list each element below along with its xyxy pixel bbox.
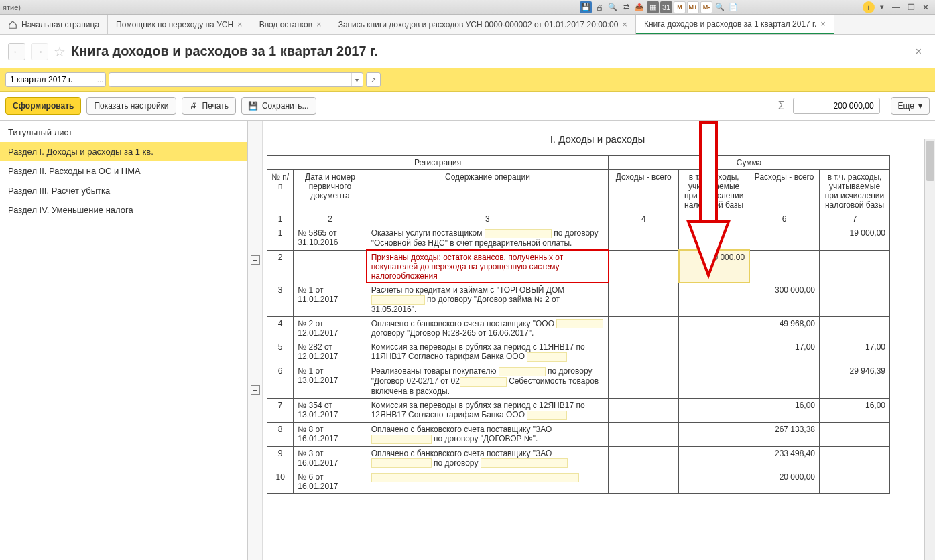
table-row[interactable]: 8№ 8 от 16.01.2017Оплачено с банковского… — [267, 422, 890, 446]
tab-home[interactable]: Начальная страница — [0, 15, 108, 34]
cell-expense-total: 20 000,00 — [749, 470, 820, 494]
cell-income-tax — [679, 398, 749, 422]
action-bar: Сформировать Показать настройки 🖨Печать … — [0, 92, 935, 121]
preview-icon[interactable]: 🔍 — [607, 1, 619, 13]
attach-icon[interactable]: 📄 — [727, 1, 739, 13]
document-tabs: Начальная страница Помощник по переходу … — [0, 15, 935, 35]
cell-no: 10 — [267, 470, 294, 494]
sidebar-item-label: Раздел III. Расчет убытка — [8, 186, 110, 196]
sum-field[interactable] — [793, 98, 880, 114]
nav-back-button[interactable]: ← — [8, 43, 25, 60]
favorite-star-icon[interactable]: ☆ — [54, 44, 66, 60]
maximize-button[interactable]: ❐ — [904, 2, 918, 13]
cell-expense-tax — [820, 446, 890, 470]
tab-balances[interactable]: Ввод остатков × — [251, 15, 330, 34]
scrollbar-thumb[interactable] — [926, 141, 934, 181]
sidebar-item-label: Раздел II. Расходы на ОС и НМА — [8, 166, 141, 176]
page-header: ← → ☆ Книга доходов и расходов за 1 квар… — [0, 35, 935, 68]
sigma-icon: Σ — [773, 100, 790, 112]
header-registration: Регистрация — [267, 156, 609, 170]
table-row[interactable]: 4№ 2 от 12.01.2017Оплачено с банковского… — [267, 316, 890, 340]
printer-icon: 🖨 — [189, 101, 198, 111]
period-selector[interactable]: … — [5, 72, 106, 87]
close-icon[interactable]: × — [622, 19, 627, 29]
table-row[interactable]: 3№ 1 от 11.01.2017Расчеты по кредитам и … — [267, 283, 890, 316]
period-picker-button[interactable]: … — [95, 73, 105, 86]
sidebar-item-section2[interactable]: Раздел II. Расходы на ОС и НМА — [0, 161, 247, 181]
memory-m-icon[interactable]: M — [674, 1, 686, 13]
org-open-button[interactable]: ↗ — [366, 72, 381, 87]
export-icon[interactable]: 📤 — [633, 1, 645, 13]
cell-expense-tax: 19 000,00 — [820, 226, 890, 251]
expand-toggle[interactable]: + — [251, 255, 260, 265]
sidebar-item-title-page[interactable]: Титульный лист — [0, 123, 247, 142]
compare-icon[interactable]: ⇄ — [620, 1, 632, 13]
tab-label: Начальная страница — [21, 20, 99, 29]
print-button[interactable]: 🖨Печать — [182, 97, 236, 115]
org-input[interactable] — [109, 75, 351, 84]
table-row[interactable]: 10№ 6 от 16.01.201720 000,00 — [267, 470, 890, 494]
cell-income-total — [609, 470, 679, 494]
table-row[interactable]: 1№ 5865 от 31.10.2016Оказаны услуги пост… — [267, 226, 890, 251]
cell-income-tax — [679, 316, 749, 340]
header-expense-total: Расходы - всего — [749, 170, 820, 212]
table-row[interactable]: 7№ 354 от 13.01.2017Комиссия за переводы… — [267, 398, 890, 422]
calc-icon[interactable]: ▦ — [647, 1, 659, 13]
org-selector[interactable]: ▾ — [109, 72, 363, 87]
header-docdate: Дата и номер первичного документа — [294, 170, 367, 212]
zoom-in-icon[interactable]: 🔍 — [714, 1, 726, 13]
chevron-down-icon[interactable]: ▾ — [351, 73, 363, 86]
cell-income-total — [609, 422, 679, 446]
save-icon[interactable]: 💾 — [580, 1, 592, 13]
tab-record[interactable]: Запись книги доходов и расходов УСН 0000… — [330, 15, 636, 34]
cell-expense-tax: 17,00 — [820, 340, 890, 364]
cell-desc: Оплачено с банковского счета поставщику … — [367, 446, 609, 470]
tab-usn-helper[interactable]: Помощник по переходу на УСН × — [108, 15, 251, 34]
colnum: 1 — [267, 212, 294, 226]
disk-icon: 💾 — [249, 101, 258, 111]
tab-label: Ввод остатков — [259, 20, 312, 29]
cell-expense-total: 267 133,38 — [749, 422, 820, 446]
memory-mplus-icon[interactable]: M+ — [687, 1, 699, 13]
page-close-button[interactable]: × — [910, 43, 927, 60]
cell-doc: № 354 от 13.01.2017 — [294, 398, 367, 422]
sidebar-item-section1[interactable]: Раздел I. Доходы и расходы за 1 кв. — [0, 142, 247, 161]
income-expense-table: Регистрация Сумма № п/п Дата и номер пер… — [267, 155, 890, 494]
sidebar-item-section3[interactable]: Раздел III. Расчет убытка — [0, 181, 247, 200]
period-input[interactable] — [6, 75, 95, 84]
close-icon[interactable]: × — [316, 19, 322, 29]
cell-income-total — [609, 340, 679, 364]
cell-no: 1 — [267, 226, 294, 251]
expand-toggle[interactable]: + — [251, 385, 260, 395]
cell-desc: Оплачено с банковского счета поставщику … — [367, 316, 609, 340]
cell-expense-total: 16,00 — [749, 398, 820, 422]
cell-desc: Признаны доходы: остаток авансов, получе… — [367, 250, 609, 283]
cell-expense-total — [749, 250, 820, 283]
table-row[interactable]: 5№ 282 от 12.01.2017Комиссия за переводы… — [267, 340, 890, 364]
info-icon[interactable]: i — [863, 1, 875, 13]
table-row[interactable]: 9№ 3 от 16.01.2017Оплачено с банковского… — [267, 446, 890, 470]
tab-book[interactable]: Книга доходов и расходов за 1 квартал 20… — [636, 15, 834, 34]
save-button[interactable]: 💾Сохранить... — [241, 97, 316, 115]
minimize-button[interactable]: — — [889, 2, 903, 13]
cell-doc: № 3 от 16.01.2017 — [294, 446, 367, 470]
close-icon[interactable]: × — [237, 19, 243, 29]
more-button[interactable]: Еще ▾ — [891, 97, 930, 115]
colnum: 6 — [749, 212, 820, 226]
show-settings-button[interactable]: Показать настройки — [86, 97, 176, 115]
memory-mminus-icon[interactable]: M- — [700, 1, 712, 13]
table-row[interactable]: 6№ 1 от 13.01.2017Реализованы товары пок… — [267, 364, 890, 399]
colnum: 7 — [820, 212, 890, 226]
generate-button[interactable]: Сформировать — [5, 97, 81, 115]
table-row[interactable]: 2Признаны доходы: остаток авансов, получ… — [267, 250, 890, 283]
print-icon[interactable]: 🖨 — [593, 1, 605, 13]
nav-forward-button[interactable]: → — [31, 43, 48, 60]
close-window-button[interactable]: ✕ — [919, 2, 932, 13]
cell-desc: Реализованы товары покупателю по договор… — [367, 364, 609, 399]
report-area[interactable]: I. Доходы и расходы Регистрация Сумма № … — [263, 121, 935, 560]
calendar-icon[interactable]: 31 — [660, 1, 672, 13]
dropdown-icon[interactable]: ▾ — [876, 1, 888, 13]
close-icon[interactable]: × — [820, 19, 826, 29]
vertical-scrollbar[interactable] — [924, 139, 935, 560]
sidebar-item-section4[interactable]: Раздел IV. Уменьшение налога — [0, 200, 247, 220]
